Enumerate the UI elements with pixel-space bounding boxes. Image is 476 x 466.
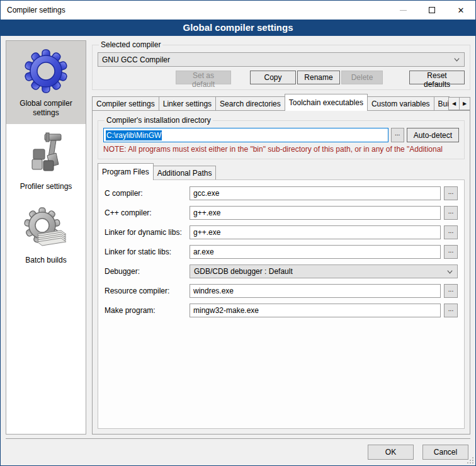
window-title: Compiler settings (1, 6, 388, 14)
static-linker-label: Linker for static libs: (105, 247, 186, 256)
program-files-page: C compiler: ... C++ compiler: ... Linker… (98, 179, 465, 429)
make-program-input[interactable] (190, 304, 441, 317)
compiler-select-value: GNU GCC Compiler (102, 55, 453, 64)
selected-compiler-legend: Selected compiler (99, 40, 162, 49)
toolchain-executables-panel: Compiler's installation directory C:\ray… (92, 110, 470, 435)
installation-note: NOTE: All programs must exist either in … (103, 145, 459, 154)
tab-custom-variables[interactable]: Custom variables (367, 96, 434, 110)
ok-button[interactable]: OK (368, 445, 414, 460)
close-button[interactable]: ✕ (446, 1, 475, 20)
rename-button[interactable]: Rename (297, 71, 340, 84)
tab-linker-settings[interactable]: Linker settings (159, 96, 216, 110)
tab-additional-paths[interactable]: Additional Paths (153, 166, 217, 179)
program-files-fields: C compiler: ... C++ compiler: ... Linker… (105, 186, 458, 317)
arrow-left-icon: ◀ (452, 101, 456, 106)
tab-scroll-arrows: ◀ ▶ (449, 97, 470, 110)
c-compiler-browse-button[interactable]: ... (444, 186, 458, 200)
tab-program-files[interactable]: Program Files (98, 163, 154, 180)
sidebar-item-label: Batch builds (25, 256, 66, 265)
static-linker-browse-button[interactable]: ... (444, 245, 458, 259)
selected-compiler-group: Selected compiler GNU GCC Compiler Set a… (92, 40, 470, 90)
tab-build-options[interactable]: Build options (434, 96, 450, 110)
blue-gear-icon (23, 48, 69, 94)
batch-builds-icon (23, 205, 69, 251)
page-title: Global compiler settings (1, 20, 475, 36)
settings-sidebar: Global compiler settings (6, 40, 86, 435)
main-area: Selected compiler GNU GCC Compiler Set a… (92, 40, 470, 435)
auto-detect-button[interactable]: Auto-detect (407, 128, 459, 142)
set-as-default-button[interactable]: Set as default (176, 71, 231, 84)
installation-directory-value: C:\raylib\MinGW (106, 130, 162, 140)
tab-toolchain-executables[interactable]: Toolchain executables (285, 94, 368, 111)
installation-directory-row: C:\raylib\MinGW ... Auto-detect (103, 128, 459, 142)
sidebar-item-global-compiler-settings[interactable]: Global compiler settings (6, 41, 86, 124)
profiler-tool-icon (23, 132, 69, 177)
installation-directory-browse-button[interactable]: ... (391, 128, 404, 142)
resource-compiler-label: Resource compiler: (105, 287, 186, 295)
main-tabstrip: Compiler settings Linker settings Search… (92, 94, 470, 110)
sidebar-item-batch-builds[interactable]: Batch builds (6, 198, 86, 271)
tab-scroll-left-button[interactable]: ◀ (448, 97, 460, 110)
dynamic-linker-label: Linker for dynamic libs: (105, 228, 186, 237)
delete-button[interactable]: Delete (341, 71, 383, 84)
tab-search-directories[interactable]: Search directories (215, 96, 285, 110)
static-linker-input[interactable] (190, 245, 441, 259)
titlebar: Compiler settings ✕ (1, 1, 475, 20)
sidebar-item-profiler-settings[interactable]: Profiler settings (6, 124, 86, 198)
copy-button[interactable]: Copy (250, 71, 296, 84)
dialog-content: Global compiler settings (1, 36, 475, 438)
sidebar-item-label: Global compiler settings (10, 99, 82, 118)
cpp-compiler-label: C++ compiler: (105, 208, 186, 217)
compiler-settings-dialog: Compiler settings ✕ Global compiler sett… (0, 0, 476, 466)
maximize-icon (429, 7, 435, 13)
installation-directory-group: Compiler's installation directory C:\ray… (98, 116, 465, 159)
reset-defaults-button[interactable]: Reset defaults (409, 71, 465, 84)
cancel-button[interactable]: Cancel (422, 445, 468, 460)
minimize-button[interactable] (388, 1, 417, 20)
chevron-down-icon (453, 56, 460, 63)
resource-compiler-input[interactable] (190, 284, 441, 298)
dynamic-linker-browse-button[interactable]: ... (444, 225, 458, 239)
make-program-label: Make program: (105, 306, 186, 315)
programs-tabstrip: Program Files Additional Paths (98, 163, 465, 179)
chevron-down-icon (446, 268, 453, 275)
installation-directory-input[interactable]: C:\raylib\MinGW (103, 128, 388, 142)
tab-compiler-settings[interactable]: Compiler settings (92, 96, 159, 110)
compiler-buttons-row: Set as default Copy Rename Delete Reset … (98, 71, 465, 84)
debugger-select[interactable]: GDB/CDB debugger : Default (190, 264, 458, 278)
tab-scroll-right-button[interactable]: ▶ (459, 97, 470, 110)
debugger-select-value: GDB/CDB debugger : Default (194, 267, 446, 276)
close-icon: ✕ (458, 6, 465, 14)
cpp-compiler-browse-button[interactable]: ... (444, 206, 458, 220)
dialog-footer: OK Cancel (6, 438, 470, 465)
debugger-label: Debugger: (105, 267, 186, 276)
dynamic-linker-input[interactable] (190, 225, 441, 239)
sidebar-item-label: Profiler settings (20, 182, 72, 191)
maximize-button[interactable] (417, 1, 446, 20)
make-program-browse-button[interactable]: ... (444, 304, 458, 317)
compiler-select[interactable]: GNU GCC Compiler (98, 52, 465, 67)
c-compiler-label: C compiler: (105, 189, 186, 198)
arrow-right-icon: ▶ (463, 101, 467, 106)
c-compiler-input[interactable] (190, 186, 441, 200)
resource-compiler-browse-button[interactable]: ... (444, 284, 458, 298)
installation-directory-legend: Compiler's installation directory (105, 116, 213, 125)
minimize-icon (400, 10, 407, 11)
cpp-compiler-input[interactable] (190, 206, 441, 220)
resize-grip[interactable] (467, 457, 473, 463)
